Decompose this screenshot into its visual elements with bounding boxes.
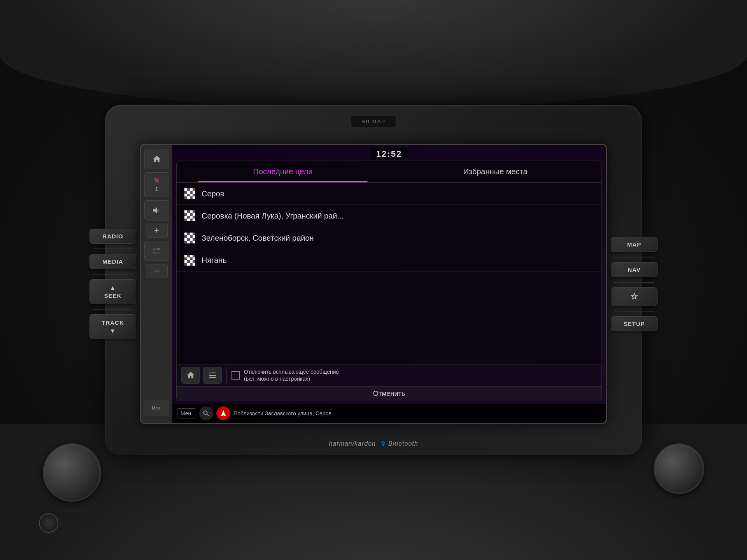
- popup-checkbox-area: Отключить всплывающее сообщение(вкл. мож…: [227, 367, 597, 384]
- tab-recent-label: Последние цели: [253, 167, 313, 176]
- nav-button[interactable]: NAV: [611, 262, 658, 277]
- svg-rect-43: [193, 238, 195, 241]
- popup-list-button[interactable]: [203, 367, 222, 384]
- svg-rect-63: [193, 263, 195, 266]
- checkered-flag-3: [184, 233, 195, 243]
- svg-rect-23: [193, 213, 195, 216]
- screen-nav-bar: N ↕ + Auto 50 m: [141, 145, 172, 423]
- tab-recent-destinations[interactable]: Последние цели: [177, 161, 389, 182]
- bluetooth-area: ↯ Bluetooth: [380, 439, 418, 448]
- svg-rect-27: [193, 216, 195, 219]
- svg-rect-39: [193, 235, 195, 238]
- svg-rect-16: [184, 210, 187, 213]
- right-button-panel: MAP NAV ☆ SETUP: [611, 144, 658, 424]
- svg-rect-28: [184, 219, 187, 221]
- cancel-button[interactable]: Отменить: [177, 386, 601, 401]
- status-menu-label: Мен.: [181, 410, 193, 416]
- svg-rect-2: [190, 188, 193, 191]
- dest-item-1[interactable]: Серов: [177, 183, 601, 205]
- svg-rect-9: [187, 194, 190, 196]
- left-button-panel: RADIO MEDIA ▲SEEK TRACK▼: [89, 144, 136, 424]
- popup-checkbox[interactable]: [231, 371, 240, 380]
- svg-rect-65: [209, 375, 216, 376]
- right-divider-1: [614, 257, 654, 257]
- dialog-tabs: Последние цели Избранные места: [177, 161, 601, 183]
- svg-rect-8: [184, 194, 187, 196]
- right-knob[interactable]: [654, 443, 704, 494]
- dest-item-3[interactable]: Зеленоборск, Советский район: [177, 227, 601, 249]
- navigation-icon: [219, 410, 227, 417]
- map-button[interactable]: MAP: [611, 237, 658, 252]
- svg-rect-42: [190, 238, 193, 241]
- nav-compass[interactable]: N ↕: [144, 172, 169, 197]
- popup-home-button[interactable]: [181, 367, 200, 384]
- screen-status-bar: Мен. Поблизост: [172, 404, 606, 423]
- status-search-button[interactable]: [199, 406, 213, 420]
- track-button[interactable]: TRACK▼: [89, 314, 136, 339]
- media-button[interactable]: MEDIA: [89, 254, 136, 269]
- svg-rect-5: [187, 191, 190, 194]
- status-menu-button[interactable]: Мен.: [177, 408, 196, 418]
- svg-rect-11: [193, 194, 195, 196]
- svg-rect-18: [190, 210, 193, 213]
- radio-button[interactable]: RADIO: [89, 229, 136, 244]
- status-address: Поблизости Заславского улица, Серов: [233, 410, 601, 416]
- popup-list-icon: [208, 371, 217, 380]
- auto-label: Auto: [153, 247, 160, 251]
- head-unit: SD MAP RADIO MEDIA ▲SEEK TRACK▼ MAP: [105, 105, 642, 455]
- power-button[interactable]: [39, 513, 58, 533]
- svg-rect-61: [187, 263, 190, 266]
- screen-bottom-menu[interactable]: Мен.: [144, 400, 169, 416]
- nav-bottom-bar: Мен.: [141, 400, 172, 419]
- right-divider-2: [614, 282, 654, 283]
- cancel-label: Отменить: [373, 390, 405, 398]
- seek-button[interactable]: ▲SEEK: [89, 279, 136, 304]
- svg-rect-32: [184, 233, 187, 235]
- dest-name-4: Нягань: [202, 256, 594, 265]
- svg-rect-20: [184, 213, 187, 216]
- auto-scale-button[interactable]: Auto 50 m: [144, 241, 169, 261]
- screen-main-content: 12:52 Последние цели Избранные места: [172, 145, 606, 423]
- svg-rect-62: [190, 263, 193, 266]
- svg-rect-1: [187, 188, 190, 191]
- svg-rect-25: [187, 216, 190, 219]
- svg-rect-0: [184, 188, 187, 191]
- zoom-in-button[interactable]: +: [146, 224, 168, 238]
- svg-rect-24: [184, 216, 187, 219]
- flag-icon-3: [184, 233, 195, 243]
- svg-rect-4: [184, 191, 187, 194]
- svg-rect-22: [190, 213, 193, 216]
- flag-icon-2: [184, 210, 195, 221]
- svg-rect-41: [187, 238, 190, 241]
- dest-name-1: Серов: [202, 189, 594, 198]
- dest-item-2[interactable]: Серовка (Новая Лука), Угранский рай...: [177, 205, 601, 227]
- flag-icon-4: [184, 255, 195, 266]
- dest-item-4[interactable]: Нягань: [177, 249, 601, 271]
- nav-home-button[interactable]: [144, 149, 169, 169]
- tab-favorite-places[interactable]: Избранные места: [389, 161, 601, 182]
- screen-time: 12:52: [370, 148, 408, 160]
- svg-rect-48: [184, 255, 187, 257]
- screen-wrapper: RADIO MEDIA ▲SEEK TRACK▼ MAP NAV ☆: [140, 144, 607, 424]
- compass-arrow: ↕: [155, 184, 159, 193]
- sd-slot-label: SD MAP: [361, 119, 386, 124]
- svg-rect-44: [184, 241, 187, 243]
- nav-sound-button[interactable]: [144, 200, 169, 220]
- svg-rect-33: [187, 233, 190, 235]
- brand-bar: harman/kardon ↯ Bluetooth: [329, 439, 418, 448]
- popup-icon-group: [181, 367, 227, 384]
- setup-button[interactable]: SETUP: [611, 316, 658, 331]
- tab-favorites-label: Избранные места: [463, 167, 527, 176]
- svg-rect-3: [193, 188, 195, 191]
- svg-rect-58: [190, 260, 193, 263]
- bluetooth-label: Bluetooth: [388, 440, 418, 447]
- nav-destination-dialog: Последние цели Избранные места: [176, 161, 602, 401]
- dest-name-3: Зеленоборск, Советский район: [202, 234, 594, 243]
- favorite-button[interactable]: ☆: [611, 287, 658, 306]
- zoom-out-button[interactable]: −: [146, 264, 168, 278]
- svg-rect-56: [184, 260, 187, 263]
- dashboard-top: [0, 0, 747, 109]
- svg-rect-57: [187, 260, 190, 263]
- left-volume-knob[interactable]: [43, 443, 101, 502]
- svg-rect-31: [193, 219, 195, 221]
